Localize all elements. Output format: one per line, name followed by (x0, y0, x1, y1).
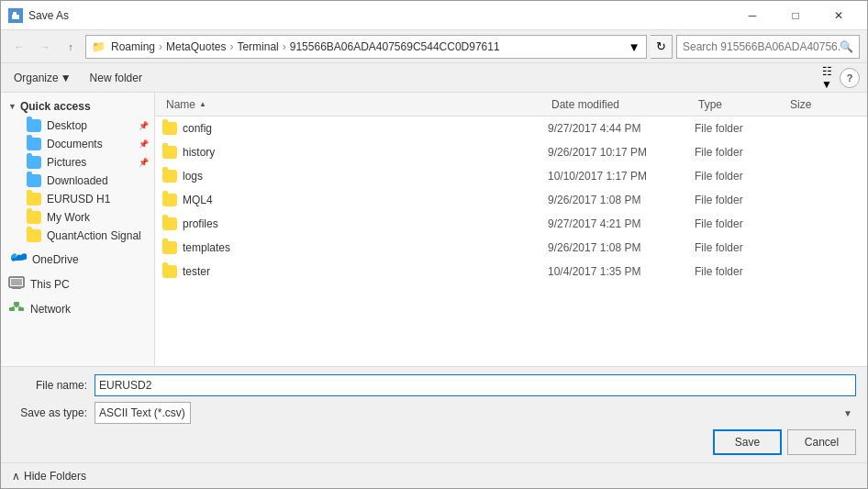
file-type: File folder (695, 170, 786, 183)
file-date: 9/26/2017 10:17 PM (548, 146, 695, 159)
sidebar-item-downloaded[interactable]: Downloaded (1, 172, 154, 190)
save-as-dialog: Save As ─ □ ✕ ← → ↑ 📁 Roaming › MetaQuot… (0, 0, 868, 489)
file-name-row: File name: (12, 374, 856, 396)
file-date: 9/27/2017 4:44 PM (548, 122, 695, 135)
hide-folders-chevron-icon: ∧ (12, 470, 20, 483)
svg-rect-1 (12, 15, 19, 19)
sidebar-mywork-label: My Work (47, 211, 90, 224)
save-as-type-select[interactable]: ASCII Text (*.csv) (95, 402, 191, 424)
column-header-type[interactable]: Type (695, 98, 786, 111)
crumb-terminal[interactable]: Terminal (237, 40, 278, 53)
up-button[interactable]: ↑ (60, 36, 82, 58)
table-row[interactable]: history 9/26/2017 10:17 PM File folder (155, 140, 867, 164)
file-name: tester (183, 265, 210, 278)
back-button[interactable]: ← (8, 36, 30, 58)
sidebar-item-pictures[interactable]: Pictures 📌 (1, 153, 154, 172)
hide-folders-label: Hide Folders (24, 470, 86, 483)
organize-button[interactable]: Organize ▼ (8, 67, 77, 89)
view-options: ☷ ▼ ? (816, 67, 860, 89)
refresh-button[interactable]: ↻ (651, 35, 673, 59)
folder-icon (162, 265, 177, 278)
file-type: File folder (695, 217, 786, 230)
action-bar: Organize ▼ New folder ☷ ▼ ? (1, 63, 867, 93)
file-name: profiles (183, 217, 218, 230)
file-date: 9/27/2017 4:21 PM (548, 217, 695, 230)
crumb-metaquotes[interactable]: MetaQuotes (166, 40, 226, 53)
address-bar: 📁 Roaming › MetaQuotes › Terminal › 9155… (85, 35, 647, 59)
folder-blue-icon (27, 156, 41, 169)
folder-blue-icon (27, 174, 41, 187)
title-bar-controls: ─ □ ✕ (731, 1, 860, 30)
sidebar-item-documents[interactable]: Documents 📌 (1, 135, 154, 153)
file-type: File folder (695, 194, 786, 206)
table-row[interactable]: MQL4 9/26/2017 1:08 PM File folder (155, 188, 867, 212)
sidebar-item-eurusd[interactable]: EURUSD H1 (1, 190, 154, 208)
save-as-type-wrapper: ASCII Text (*.csv) ▼ (95, 402, 856, 424)
folder-icon (162, 122, 177, 135)
folder-yellow-icon (27, 229, 41, 242)
search-icon: 🔍 (840, 40, 853, 53)
sidebar-quick-access-header[interactable]: ▼ Quick access (1, 96, 154, 117)
sidebar-item-thispc[interactable]: This PC (1, 273, 154, 295)
bottom-buttons: Save Cancel (12, 429, 856, 455)
folder-blue-icon (27, 138, 41, 150)
address-dropdown-button[interactable]: ▼ (628, 40, 640, 53)
maximize-button[interactable]: □ (774, 1, 817, 30)
column-header-size[interactable]: Size (786, 98, 860, 111)
address-bar-folder-icon: 📁 (92, 40, 106, 53)
sidebar-documents-label: Documents (47, 138, 103, 150)
organize-label: Organize (14, 72, 59, 84)
sidebar-onedrive-label: OneDrive (32, 253, 79, 266)
file-name: templates (183, 241, 230, 254)
sidebar-pictures-label: Pictures (47, 156, 86, 169)
search-bar: 🔍 (676, 35, 860, 59)
cancel-button[interactable]: Cancel (787, 429, 856, 455)
help-button[interactable]: ? (840, 68, 860, 88)
sidebar-item-network[interactable]: Network (1, 298, 154, 319)
network-icon (8, 301, 25, 317)
search-input[interactable] (683, 40, 840, 53)
hide-folders-button[interactable]: ∧ Hide Folders (12, 470, 86, 483)
view-toggle-button[interactable]: ☷ ▼ (816, 67, 838, 89)
crumb-roaming[interactable]: Roaming (111, 40, 155, 53)
folder-icon (162, 170, 177, 183)
table-row[interactable]: config 9/27/2017 4:44 PM File folder (155, 117, 867, 140)
table-row[interactable]: tester 10/4/2017 1:35 PM File folder (155, 260, 867, 283)
file-list: config 9/27/2017 4:44 PM File folder his… (155, 117, 867, 366)
table-row[interactable]: profiles 9/27/2017 4:21 PM File folder (155, 212, 867, 236)
table-row[interactable]: logs 10/10/2017 1:17 PM File folder (155, 164, 867, 188)
file-type: File folder (695, 241, 786, 254)
sidebar-desktop-label: Desktop (47, 119, 87, 132)
file-date: 10/4/2017 1:35 PM (548, 265, 695, 278)
table-row[interactable]: templates 9/26/2017 1:08 PM File folder (155, 236, 867, 260)
crumb-terminal-id[interactable]: 915566BA06ADA407569C544CC0D97611 (290, 40, 500, 53)
window-icon (8, 8, 23, 23)
file-name-input[interactable] (95, 374, 856, 396)
file-date: 10/10/2017 1:17 PM (548, 170, 695, 183)
folder-icon (162, 217, 177, 230)
folder-icon (162, 146, 177, 159)
forward-button[interactable]: → (34, 36, 56, 58)
sidebar-item-onedrive[interactable]: OneDrive (1, 249, 154, 270)
sidebar-item-desktop[interactable]: Desktop 📌 (1, 117, 154, 135)
file-date: 9/26/2017 1:08 PM (548, 241, 695, 254)
close-button[interactable]: ✕ (818, 1, 860, 30)
computer-icon (8, 276, 25, 292)
column-header-date[interactable]: Date modified (548, 98, 695, 111)
sidebar-downloaded-label: Downloaded (47, 174, 108, 187)
sidebar-item-quantaction[interactable]: QuantAction Signal (1, 227, 154, 245)
svg-rect-10 (18, 307, 24, 311)
column-header-name[interactable]: Name ▲ (162, 98, 548, 111)
navigation-toolbar: ← → ↑ 📁 Roaming › MetaQuotes › Terminal … (1, 30, 867, 63)
file-area: Name ▲ Date modified Type Size config 9/… (155, 93, 867, 366)
minimize-button[interactable]: ─ (731, 1, 773, 30)
save-button[interactable]: Save (713, 429, 782, 455)
sidebar-item-mywork[interactable]: My Work (1, 208, 154, 227)
hide-folders-bar: ∧ Hide Folders (1, 462, 867, 488)
sidebar-network-label: Network (30, 303, 71, 316)
new-folder-button[interactable]: New folder (84, 67, 148, 89)
file-type: File folder (695, 122, 786, 135)
save-type-row: Save as type: ASCII Text (*.csv) ▼ (12, 402, 856, 424)
svg-rect-4 (11, 279, 22, 285)
folder-yellow-icon (27, 211, 41, 224)
